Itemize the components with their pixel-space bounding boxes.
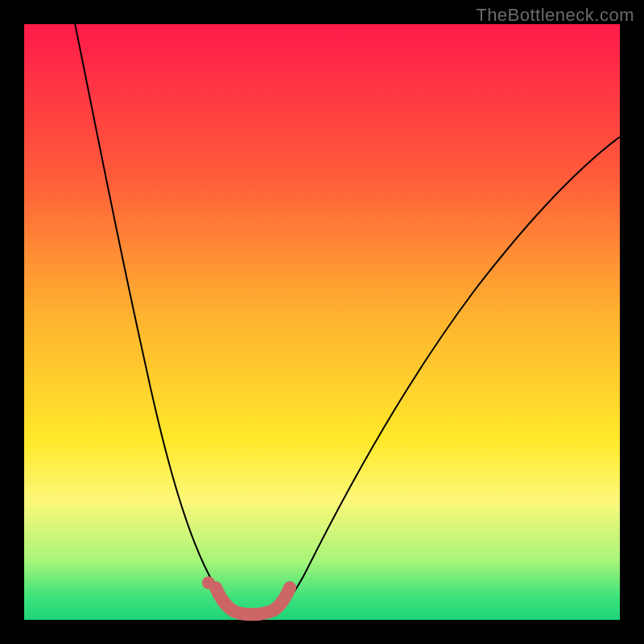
watermark-text: TheBottleneck.com — [476, 5, 634, 26]
chart-plot-area — [24, 24, 620, 620]
highlight-valley-marker — [216, 588, 290, 614]
chart-svg — [24, 24, 620, 620]
bottleneck-curve — [68, 0, 620, 616]
